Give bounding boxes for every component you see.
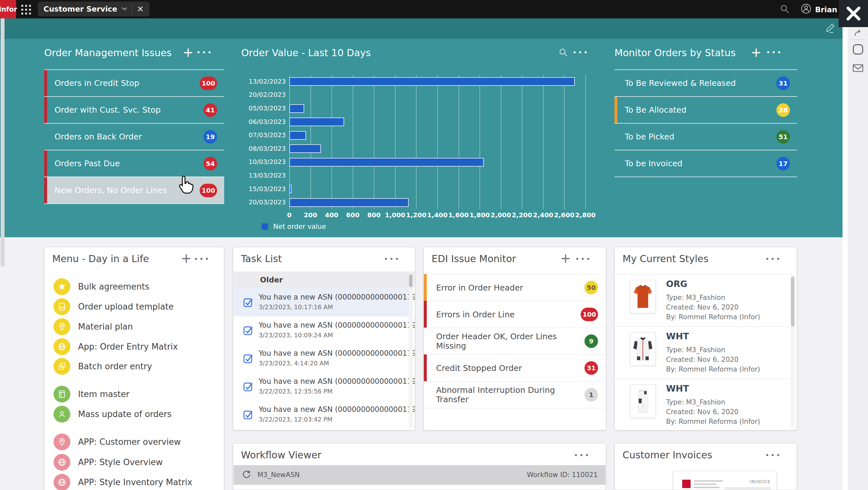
row-accent-bar	[615, 97, 617, 123]
task-check-icon[interactable]	[243, 297, 254, 309]
task-item[interactable]: You have a new ASN (0000000000000011928……	[234, 288, 410, 316]
style-thumbnail-orange-polo	[630, 280, 656, 313]
kpi-row[interactable]: Credit Stopped Order 31	[424, 354, 606, 381]
menu-item[interactable]: App: Order Entry Matrix	[54, 338, 220, 355]
task-check-icon[interactable]	[243, 381, 254, 393]
kpi-row[interactable]: New Orders, No Order Lines 100	[44, 177, 224, 203]
task-item[interactable]: You have a new ASN (0000000000000011919……	[234, 373, 410, 401]
more-options-icon[interactable]: •••	[384, 256, 400, 263]
search-icon[interactable]	[559, 48, 568, 59]
task-group-label: Older	[260, 276, 283, 284]
chart-gridline	[501, 75, 501, 209]
menu-item[interactable]: XLS Order upload template	[54, 298, 220, 315]
menu-item[interactable]: APP: Style Inventory Matrix	[54, 474, 220, 490]
app-window-icon[interactable]	[853, 44, 863, 55]
menu-item[interactable]: Bulk agreements	[54, 278, 220, 295]
chart-category-label: 10/03/2023	[241, 158, 286, 166]
kpi-row[interactable]: Order Header OK, Order Lines Missing 9	[424, 328, 606, 354]
widget-title: Monitor Orders by Status	[615, 47, 736, 58]
row-accent-bar	[424, 274, 427, 301]
add-icon[interactable]: +	[183, 46, 193, 59]
kpi-row[interactable]: Order with Cust. Svc. Stop 41	[44, 96, 224, 123]
chart-bar	[289, 144, 321, 153]
more-options-icon[interactable]: •••	[765, 452, 781, 459]
kpi-label: Order Header OK, Order Lines Missing	[436, 332, 585, 350]
task-item[interactable]: You have a new ASN (0000000000000011922……	[234, 344, 410, 373]
style-type: Type: M3_Fashion	[666, 294, 725, 301]
more-options-icon[interactable]: •••	[575, 256, 592, 263]
add-icon[interactable]: +	[560, 252, 571, 265]
add-icon[interactable]: +	[751, 46, 762, 59]
kpi-row[interactable]: Orders on Back Order 19	[44, 123, 224, 150]
style-item[interactable]: WHT Type: M3_Fashion Created: Nov 6, 202…	[615, 326, 792, 379]
app-launcher-icon[interactable]	[21, 5, 31, 15]
widget-monitor-orders-by-status: Monitor Orders by Status + ••• To Be Rev…	[615, 47, 797, 63]
menu-item[interactable]: Item master	[54, 386, 220, 403]
kpi-row[interactable]: To be Picked 51	[615, 123, 797, 150]
task-check-icon[interactable]	[243, 325, 254, 337]
invoice-preview[interactable]: INVOICE	[673, 471, 777, 490]
widget-title: Order Value - Last 10 Days	[241, 47, 371, 58]
task-scrollbar[interactable]	[409, 272, 413, 428]
kpi-row[interactable]: Error in Order Header 50	[424, 274, 606, 301]
more-options-icon[interactable]: •••	[765, 256, 781, 263]
tab-label: Customer Service	[43, 5, 117, 13]
menu-item[interactable]: Mass update of orders	[54, 406, 220, 423]
widget-my-current-styles: My Current Styles ••• ORG Type: M3_Fashi…	[615, 247, 797, 430]
chart-tick-label: 1,600	[448, 211, 469, 219]
tab-customer-service[interactable]: Customer Service ✕	[38, 2, 150, 17]
share-icon[interactable]	[853, 27, 863, 39]
chevron-down-icon[interactable]	[122, 6, 127, 12]
more-options-icon[interactable]: •••	[572, 49, 589, 56]
row-accent-bar	[424, 301, 427, 328]
workflow-row[interactable]: M3_NewASN Workflow ID: 110021	[234, 465, 606, 485]
menu-item[interactable]: Material plan	[54, 318, 220, 335]
count-badge: 54	[204, 157, 217, 170]
count-badge: 100	[581, 308, 598, 321]
task-timestamp: 3/22/2023, 12:35:56 PM	[259, 388, 333, 395]
more-options-icon[interactable]: •••	[574, 452, 590, 459]
task-check-icon[interactable]	[243, 353, 254, 365]
row-accent-bar	[44, 70, 47, 96]
widget-customer-invoices: Customer Invoices ••• INVOICE	[615, 443, 797, 490]
style-created: Created: Nov 6, 2020	[666, 408, 739, 416]
more-options-icon[interactable]: •••	[766, 49, 782, 56]
infor-logo[interactable]: infor	[0, 0, 16, 19]
edit-page-pencil-icon[interactable]	[825, 22, 836, 35]
kpi-row[interactable]: To be Invoiced 17	[615, 150, 797, 177]
widget-title: EDI Issue Monitor	[432, 253, 516, 264]
kpi-row[interactable]: Errors in Order Line 100	[424, 301, 606, 328]
count-badge: 51	[776, 130, 790, 144]
menu-item[interactable]: APP: Style Overview	[54, 454, 220, 471]
kpi-row[interactable]: To Be Allocated 28	[615, 96, 797, 123]
kpi-row[interactable]: Orders in Credit Stop 100	[44, 69, 224, 96]
workflow-name: M3_NewASN	[257, 471, 300, 479]
mail-icon[interactable]	[852, 64, 864, 74]
search-icon[interactable]	[780, 4, 789, 15]
styles-scrollbar[interactable]	[790, 275, 795, 428]
chart-bar	[289, 77, 575, 86]
task-check-icon[interactable]	[243, 409, 254, 421]
menu-item[interactable]: APP: Customer overview	[54, 433, 220, 450]
tab-close-icon[interactable]: ✕	[137, 5, 144, 13]
style-item[interactable]: WHT Type: M3_Fashion Created: Nov 6, 202…	[615, 379, 792, 430]
chart-gridline	[332, 75, 332, 209]
add-icon[interactable]: +	[181, 252, 192, 265]
video-close-overlay[interactable]	[839, 0, 868, 27]
kpi-row[interactable]: Abnormal Interruption During Transfer 1	[424, 381, 606, 408]
kpi-row[interactable]: Orders Past Due 54	[44, 150, 224, 177]
menu-item[interactable]: Batch order entry	[54, 358, 220, 375]
task-timestamp: 3/23/2023, 10:17:16 AM	[259, 304, 333, 311]
task-item[interactable]: You have a new ASN (0000000000000011913……	[234, 401, 410, 429]
style-by: By: Rommel Reforma (Infor)	[666, 313, 760, 321]
style-by: By: Rommel Reforma (Infor)	[666, 366, 760, 373]
page-scrollbar[interactable]	[842, 27, 848, 490]
style-item[interactable]: ORG Type: M3_Fashion Created: Nov 6, 202…	[615, 274, 792, 327]
more-options-icon[interactable]: •••	[194, 256, 210, 263]
kpi-label: To Be Allocated	[625, 105, 776, 115]
page-scrollbar-thumb[interactable]	[1, 14, 4, 267]
kpi-label: To be Picked	[625, 132, 776, 141]
more-options-icon[interactable]: •••	[196, 49, 213, 56]
task-item[interactable]: You have a new ASN (0000000000000011925……	[234, 316, 410, 344]
kpi-row[interactable]: To Be Reviewed & Released 31	[615, 69, 797, 96]
